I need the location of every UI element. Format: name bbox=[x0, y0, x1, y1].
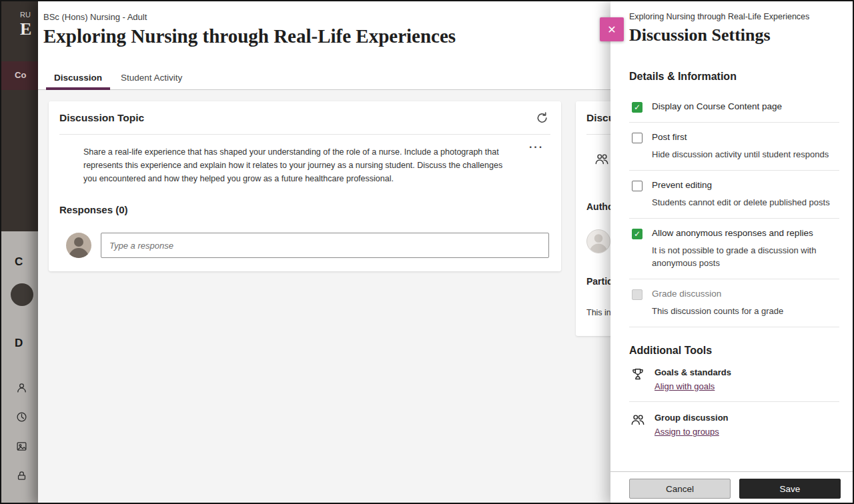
details-heading-fragment: D bbox=[15, 337, 38, 350]
option-label: Post first bbox=[652, 132, 829, 142]
panel-title: Discussion Settings bbox=[629, 25, 839, 45]
option-allow-anonymous: Allow anonymous responses and replies It… bbox=[629, 219, 839, 279]
clock-icon bbox=[16, 411, 27, 423]
course-tab-fragment: Co bbox=[1, 61, 38, 90]
close-icon: ✕ bbox=[607, 23, 616, 36]
option-description: Students cannot edit or delete published… bbox=[652, 196, 830, 209]
align-with-goals-link[interactable]: Align with goals bbox=[655, 381, 715, 391]
discussion-layer: BSc (Hons) Nursing - Adult Exploring Nur… bbox=[38, 1, 613, 504]
option-display-on-course-content: Display on Course Content page bbox=[629, 92, 839, 123]
checkbox-post-first[interactable] bbox=[632, 133, 643, 143]
option-prevent-editing: Prevent editing Students cannot edit or … bbox=[629, 171, 839, 219]
goals-standards-row: Goals & standards Align with goals bbox=[629, 357, 839, 402]
group-discussion-label: Group discussion bbox=[655, 413, 729, 423]
panel-footer: Cancel Save bbox=[610, 471, 853, 504]
more-options-button[interactable]: ··· bbox=[529, 141, 544, 153]
option-label: Allow anonymous responses and replies bbox=[652, 228, 839, 238]
option-description: This discussion counts for a grade bbox=[652, 305, 783, 317]
lock-icon bbox=[16, 470, 27, 481]
option-label: Prevent editing bbox=[652, 180, 830, 190]
course-section-heading-fragment: C bbox=[15, 255, 38, 269]
breadcrumb: BSc (Hons) Nursing - Adult bbox=[43, 12, 613, 22]
group-discussion-row: Group discussion Assign to groups bbox=[629, 402, 839, 447]
course-header-fragment: RU E bbox=[1, 1, 38, 61]
course-sidebar-fragment: C D bbox=[1, 231, 38, 504]
option-label: Grade discussion bbox=[652, 289, 783, 299]
group-icon bbox=[630, 413, 645, 430]
author-avatar bbox=[586, 229, 610, 253]
image-icon bbox=[16, 441, 27, 452]
course-avatar bbox=[11, 283, 33, 306]
course-code-fragment: RU bbox=[20, 11, 38, 19]
course-title-fragment: E bbox=[20, 19, 38, 39]
responses-heading: Responses (0) bbox=[59, 204, 550, 215]
additional-tools-heading: Additional Tools bbox=[629, 345, 839, 357]
response-compose-row bbox=[66, 233, 550, 270]
discussion-topic-card: Discussion Topic Share a real-life exper… bbox=[49, 101, 561, 271]
checkbox-allow-anonymous[interactable] bbox=[632, 229, 643, 239]
option-description: Hide discussion activity until student r… bbox=[652, 148, 829, 161]
response-input[interactable] bbox=[101, 233, 549, 258]
course-banner-fragment bbox=[1, 90, 38, 231]
close-panel-button[interactable]: ✕ bbox=[600, 17, 624, 41]
option-post-first: Post first Hide discussion activity unti… bbox=[629, 123, 839, 171]
discussion-settings-panel: Exploring Nursing through Real-Life Expe… bbox=[610, 1, 853, 504]
option-label: Display on Course Content page bbox=[652, 101, 782, 111]
checkbox-grade-discussion[interactable] bbox=[632, 289, 643, 300]
discussion-group-icon bbox=[594, 152, 609, 167]
discussion-content: Discussion Topic Share a real-life exper… bbox=[38, 90, 613, 504]
roster-person-icon bbox=[16, 382, 27, 393]
topic-text: Share a real-life experience that has sh… bbox=[83, 145, 504, 185]
cancel-button[interactable]: Cancel bbox=[629, 479, 731, 499]
topic-heading: Discussion Topic bbox=[59, 112, 144, 124]
tab-student-activity[interactable]: Student Activity bbox=[111, 65, 191, 89]
checkbox-prevent-editing[interactable] bbox=[632, 181, 643, 191]
checkbox-display-on-course-content[interactable] bbox=[632, 102, 643, 113]
discussion-header: BSc (Hons) Nursing - Adult Exploring Nur… bbox=[38, 1, 613, 65]
save-button[interactable]: Save bbox=[739, 479, 841, 499]
option-description: It is not possible to grade a discussion… bbox=[652, 244, 839, 269]
panel-breadcrumb: Exploring Nursing through Real-Life Expe… bbox=[629, 12, 839, 21]
underlying-course-page-sliver: RU E Co C D bbox=[1, 1, 38, 503]
goals-icon bbox=[630, 367, 645, 385]
tab-bar: Discussion Student Activity bbox=[38, 65, 613, 90]
goals-standards-label: Goals & standards bbox=[655, 367, 731, 377]
settings-options-list: Display on Course Content page Post firs… bbox=[629, 92, 839, 327]
page-title: Exploring Nursing through Real-Life Expe… bbox=[43, 25, 613, 47]
option-grade-discussion: Grade discussion This discussion counts … bbox=[629, 279, 839, 327]
refresh-icon bbox=[536, 111, 549, 125]
refresh-button[interactable] bbox=[534, 110, 550, 126]
details-information-heading: Details & Information bbox=[629, 71, 839, 83]
user-avatar bbox=[66, 233, 91, 258]
assign-to-groups-link[interactable]: Assign to groups bbox=[655, 427, 719, 437]
tab-discussion[interactable]: Discussion bbox=[45, 65, 111, 89]
